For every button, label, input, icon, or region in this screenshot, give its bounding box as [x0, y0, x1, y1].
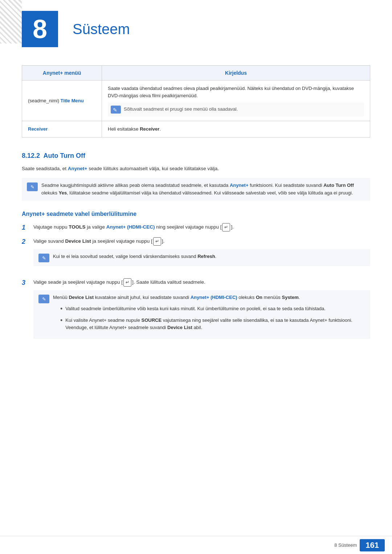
enter-key-icon: ↵ [222, 223, 230, 231]
table-cell-receiver: Receiver [22, 121, 102, 138]
subsection-heading: Anynet+ seadmete vahel ümberlülitumine [22, 211, 370, 217]
table-cell-description2: Heli esitatakse Receiver. [102, 121, 370, 138]
bullet-dot: • [60, 305, 62, 313]
main-content: Anynet+ menüü Kirjeldus (seadme_nimi) Ti… [0, 65, 392, 380]
note-box-text: Seadme kaugjuhtimispuldi aktiivne allika… [41, 182, 365, 197]
step-number-3: 3 [22, 278, 29, 287]
footer-content: 8 Süsteem 161 [334, 539, 385, 551]
section-number: 8.12.2 [22, 152, 40, 159]
table-note-text: Sõltuvalt seadmest ei pruugi see menüü o… [124, 106, 238, 113]
bullet-text-2: Kui valisite Anynet+ seadme nupule SOURC… [65, 317, 365, 332]
section-note-box: ✎ Seadme kaugjuhtimispuldi aktiivne alli… [22, 178, 370, 201]
section-heading-8122: 8.12.2 Auto Turn Off [22, 152, 370, 160]
receiver-label: Receiver [28, 126, 48, 132]
chapter-title: Süsteem [65, 21, 130, 37]
chapter-number: 8 [22, 11, 58, 47]
step3-bullet-list: • Valitud seadmele ümberlülitumine võib … [53, 305, 365, 332]
bullet-text-1: Valitud seadmele ümberlülitumine võib ke… [65, 305, 326, 313]
step-number-1: 1 [22, 223, 29, 232]
header-stripe [0, 0, 22, 44]
anynet-table: Anynet+ menüü Kirjeldus (seadme_nimi) Ti… [22, 65, 370, 138]
step-text-1: Vajutage nuppu TOOLS ja valige Anynet+ (… [33, 223, 370, 231]
list-item: • Kui valisite Anynet+ seadme nupule SOU… [60, 317, 365, 332]
list-item: • Valitud seadmele ümberlülitumine võib … [60, 305, 365, 313]
footer-page-number: 161 [360, 539, 385, 551]
list-item: 3 Valige seade ja seejärel vajutage nupp… [22, 278, 370, 346]
note-icon [111, 106, 121, 114]
enter-key-icon: ↵ [153, 237, 161, 246]
step2-note-box: ✎ Kui te ei leia soovitud seadet, valige… [33, 249, 370, 266]
section-intro: Saate seadistada, et Anynet+ seade lülit… [22, 165, 370, 173]
table-desc-text: Saate vaadata ühendatud seadmes oleva pl… [108, 86, 354, 98]
step3-note-text: Menüü Device List kuvatakse ainult juhul… [53, 294, 365, 301]
section-title: Auto Turn Off [43, 152, 85, 159]
note-box-icon: ✎ [27, 182, 38, 191]
list-item: 2 Valige suvand Device List ja seejärel … [22, 237, 370, 273]
footer-chapter-label: 8 Süsteem [334, 542, 357, 548]
table-cell-description1: Saate vaadata ühendatud seadmes oleva pl… [102, 81, 370, 121]
page-header: 8 Süsteem [0, 0, 392, 54]
step3-note-box: ✎ Menüü Device List kuvatakse ainult juh… [33, 290, 370, 339]
table-cell-menu: (seadme_nimi) Title Menu [22, 81, 102, 121]
table-row: Receiver Heli esitatakse Receiver. [22, 121, 370, 138]
table-cell-prefix: (seadme_nimi) [28, 98, 61, 103]
enter-key-icon: ↵ [123, 278, 131, 287]
table-header-col2: Kirjeldus [102, 66, 370, 81]
note-box-icon: ✎ [38, 295, 49, 303]
note-box-icon: ✎ [38, 254, 49, 262]
step-text-2: Valige suvand Device List ja seejärel va… [33, 238, 164, 244]
bullet-dot: • [60, 317, 62, 325]
step2-note-text: Kui te ei leia soovitud seadet, valige l… [53, 253, 216, 260]
steps-list: 1 Vajutage nuppu TOOLS ja valige Anynet+… [22, 223, 370, 346]
step-number-2: 2 [22, 237, 29, 246]
table-row: (seadme_nimi) Title Menu Saate vaadata ü… [22, 81, 370, 121]
page-footer: 8 Süsteem 161 [0, 536, 392, 554]
receiver-desc: Heli esitatakse Receiver. [108, 126, 161, 132]
table-header-col1: Anynet+ menüü [22, 66, 102, 81]
table-cell-bold: Title Menu [61, 98, 84, 103]
table-note: Sõltuvalt seadmest ei pruugi see menüü o… [108, 103, 364, 116]
step-text-3: Valige seade ja seejärel vajutage nuppu … [33, 279, 205, 285]
list-item: 1 Vajutage nuppu TOOLS ja valige Anynet+… [22, 223, 370, 232]
